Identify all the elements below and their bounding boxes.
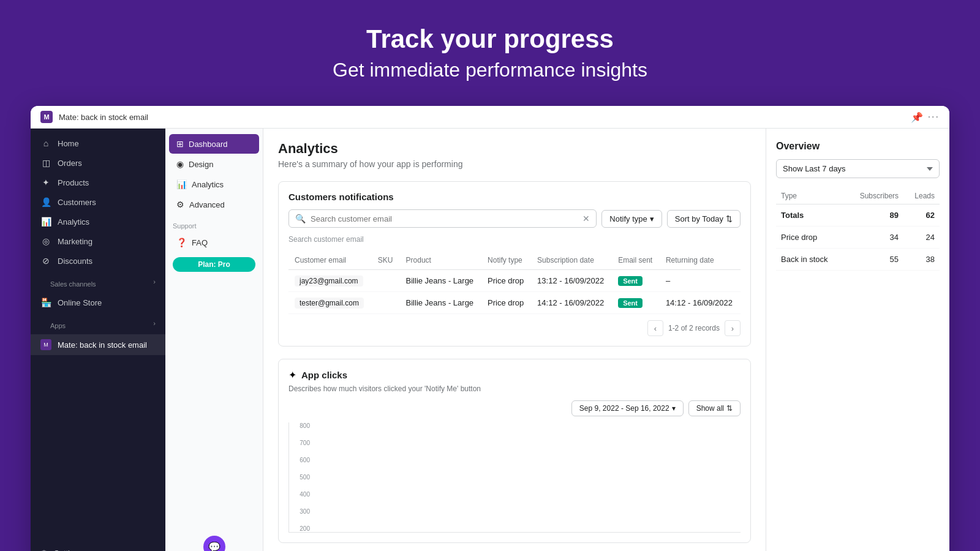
prev-page-button[interactable]: ‹ (647, 320, 663, 336)
y-label-800: 800 (300, 422, 310, 429)
cell-notify-type: Price drop (481, 292, 531, 314)
faq-icon: ❓ (176, 238, 187, 247)
card-title-customers: Customers notifications (288, 192, 741, 202)
y-label-200: 200 (300, 525, 310, 532)
customers-icon: 👤 (40, 197, 51, 207)
search-input[interactable] (311, 214, 578, 223)
plugin-nav-advanced[interactable]: ⚙ Advanced (169, 195, 259, 214)
title-bar-text: Mate: back in stock email (59, 113, 148, 122)
app-window: M Mate: back in stock email 📌 ··· ⌂ Home… (31, 106, 949, 551)
sort-by-button[interactable]: Sort by Today ⇅ (667, 210, 741, 228)
overview-cell-subscribers: 34 (845, 227, 903, 249)
plugin-nav-design[interactable]: ◉ Design (169, 154, 259, 174)
cell-email-sent: Sent (612, 292, 660, 314)
hero-subtitle: Get immediate performance insights (12, 59, 968, 81)
sidebar-item-products[interactable]: ✦ Products (31, 173, 165, 192)
chart-y-labels: 800 700 600 500 400 300 200 (289, 422, 312, 532)
sidebar-item-analytics[interactable]: 📊 Analytics (31, 212, 165, 231)
search-icon: 🔍 (295, 214, 306, 223)
pin-icon[interactable]: 📌 (911, 111, 923, 123)
cell-email-sent: Sent (612, 270, 660, 292)
cell-returning-date: 14:12 - 16/09/2022 (660, 292, 741, 314)
app-clicks-title: App clicks (301, 370, 347, 380)
home-icon: ⌂ (40, 138, 51, 148)
overview-row: Back in stock 55 38 (776, 249, 940, 271)
overview-cell-type: Price drop (776, 227, 845, 249)
sidebar-item-mate-app[interactable]: M Mate: back in stock email (31, 334, 165, 355)
chart-controls: Sep 9, 2022 - Sep 16, 2022 ▾ Show all ⇅ (288, 400, 741, 416)
sidebar-item-discounts[interactable]: ⊘ Discounts (31, 251, 165, 271)
bar-chart: 800 700 600 500 400 300 200 (288, 422, 741, 533)
sidebar-item-home[interactable]: ⌂ Home (31, 133, 165, 153)
sidebar-item-customers[interactable]: 👤 Customers (31, 192, 165, 212)
customers-notifications-card: Customers notifications 🔍 ✕ Notify type … (278, 181, 751, 347)
orders-icon: ◫ (40, 158, 51, 168)
app-clicks-subtitle: Describes how much visitors clicked your… (288, 384, 741, 393)
table-row: tester@gmail.com Billie Jeans - Large Pr… (288, 292, 741, 314)
col-product: Product (400, 251, 482, 270)
clear-icon[interactable]: ✕ (582, 214, 590, 223)
sidebar-item-online-store[interactable]: 🏪 Online Store (31, 293, 165, 312)
mate-app-icon: M (40, 339, 51, 350)
sidebar-item-orders[interactable]: ◫ Orders (31, 153, 165, 173)
col-email: Customer email (288, 251, 372, 270)
show-period-select[interactable]: Show Last 7 days (776, 159, 940, 178)
plugin-nav-dashboard[interactable]: ⊞ Dashboard (169, 134, 259, 154)
title-bar: M Mate: back in stock email 📌 ··· (31, 106, 949, 129)
sales-channels-chevron[interactable]: › (153, 278, 156, 285)
y-label-500: 500 (300, 474, 310, 481)
discounts-icon: ⊘ (40, 256, 51, 266)
y-label-700: 700 (300, 440, 310, 446)
page-subtitle: Here's a summary of how your app is perf… (278, 159, 751, 169)
marketing-icon: ◎ (40, 236, 51, 246)
pagination-row: ‹ 1-2 of 2 records › (288, 320, 741, 336)
hero-title: Track your progress (12, 24, 968, 54)
plan-badge[interactable]: Plan: Pro (173, 257, 255, 272)
sales-channels-section: Sales channels › (31, 271, 165, 293)
col-returning-date: Returning date (660, 251, 741, 270)
settings-icon: ⚙ (40, 549, 48, 551)
overview-cell-subscribers: 55 (845, 249, 903, 271)
cell-subscription-date: 13:12 - 16/09/2022 (531, 270, 612, 292)
online-store-icon: 🏪 (40, 298, 51, 307)
overview-row: Price drop 34 24 (776, 227, 940, 249)
apps-chevron[interactable]: › (153, 320, 156, 327)
date-range-chevron-icon: ▾ (672, 404, 676, 413)
app-title-icon: M (40, 111, 53, 123)
cell-returning-date: – (660, 270, 741, 292)
notify-type-chevron-icon: ▾ (650, 214, 654, 223)
overview-panel: Overview Show Last 7 days Type Subscribe… (766, 129, 949, 551)
title-bar-actions: 📌 ··· (911, 111, 940, 123)
date-range-button[interactable]: Sep 9, 2022 - Sep 16, 2022 ▾ (571, 400, 684, 416)
notify-type-button[interactable]: Notify type ▾ (601, 210, 662, 228)
table-row: jay23@gmail.com Billie Jeans - Large Pri… (288, 270, 741, 292)
col-subscription-date: Subscription date (531, 251, 612, 270)
overview-title: Overview (776, 141, 940, 152)
col-sku: SKU (372, 251, 400, 270)
sidebar-item-settings[interactable]: ⚙ Settings (31, 544, 165, 551)
y-label-600: 600 (300, 457, 310, 463)
analytics-plugin-icon: 📊 (176, 179, 187, 189)
overview-row: Totals 89 62 (776, 204, 940, 227)
plugin-nav-faq[interactable]: ❓ FAQ (169, 233, 259, 252)
y-label-300: 300 (300, 508, 310, 515)
search-box: 🔍 ✕ (288, 209, 597, 228)
more-options-icon[interactable]: ··· (928, 111, 940, 122)
app-body: ⌂ Home ◫ Orders ✦ Products 👤 Customers 📊… (31, 129, 949, 551)
chat-bubble[interactable]: 💬 (203, 536, 225, 551)
plugin-nav-analytics[interactable]: 📊 Analytics (169, 174, 259, 194)
overview-col-leads: Leads (903, 188, 940, 204)
plugin-sidebar: ⊞ Dashboard ◉ Design 📊 Analytics ⚙ Advan… (165, 129, 263, 551)
sort-chevron-icon: ⇅ (726, 214, 733, 223)
pagination-info: 1-2 of 2 records (668, 324, 720, 332)
show-all-button[interactable]: Show all ⇅ (688, 400, 741, 416)
y-label-400: 400 (300, 491, 310, 498)
overview-cell-leads: 38 (903, 249, 940, 271)
cell-email: jay23@gmail.com (288, 270, 372, 292)
next-page-button[interactable]: › (725, 320, 741, 336)
col-notify-type: Notify type (481, 251, 531, 270)
sidebar-item-marketing[interactable]: ◎ Marketing (31, 231, 165, 251)
col-email-sent: Email sent (612, 251, 660, 270)
analytics-icon: 📊 (40, 217, 51, 227)
chart-bars (314, 422, 741, 532)
